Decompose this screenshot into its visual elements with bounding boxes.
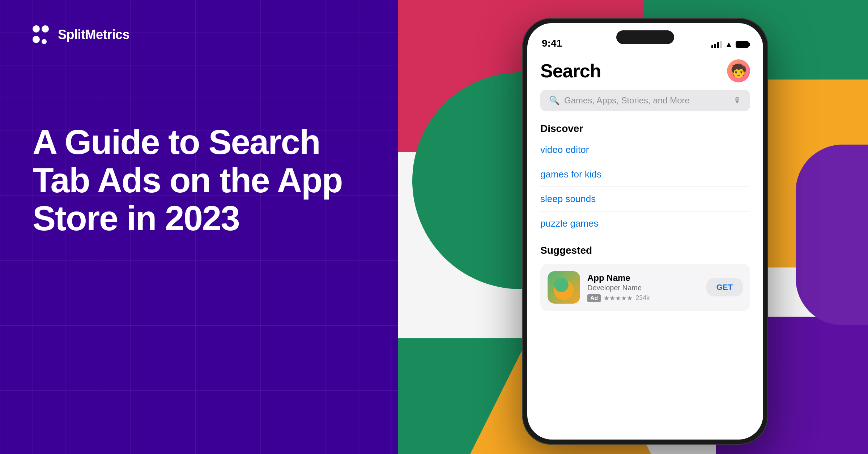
search-magnifier-icon: 🔍: [549, 95, 560, 106]
discover-item-4[interactable]: puzzle games: [540, 211, 750, 236]
avatar-face: 🧒: [727, 59, 750, 82]
signal-bar-2: [714, 44, 716, 48]
status-time: 9:41: [542, 38, 562, 49]
app-name: App Name: [587, 273, 699, 283]
app-info: App Name Developer Name Ad ★★★★★ 234k: [587, 273, 699, 302]
search-bar[interactable]: 🔍 Games, Apps, Stories, and More 🎙: [540, 90, 750, 111]
discover-link-3: sleep sounds: [540, 193, 596, 204]
signal-icon: [711, 41, 722, 48]
logo-area: SplitMetrics: [33, 25, 129, 44]
status-icons: ▲: [711, 40, 749, 49]
brand-name: SplitMetrics: [58, 27, 129, 42]
logo-dot-1: [33, 25, 40, 33]
developer-name: Developer Name: [587, 284, 699, 292]
splitmetrics-logo-icon: [33, 25, 51, 44]
page-container: SplitMetrics A Guide to Search Tab Ads o…: [0, 0, 868, 454]
logo-dot-2: [42, 25, 49, 33]
suggested-heading: Suggested: [540, 245, 750, 256]
svg-point-1: [554, 278, 569, 292]
shape-purple-circle: [796, 145, 868, 325]
discover-divider: [540, 136, 750, 136]
phone-screen: 9:41 ▲: [527, 23, 763, 440]
app-meta: Ad ★★★★★ 234k: [587, 294, 699, 302]
app-header: Search 🧒: [540, 59, 750, 82]
logo-dot-4: [42, 39, 47, 44]
microphone-icon: 🎙: [733, 96, 741, 105]
right-panel: 9:41 ▲: [398, 0, 868, 454]
battery-icon: [736, 41, 749, 48]
discover-item-3[interactable]: sleep sounds: [540, 187, 750, 211]
dynamic-island: [616, 30, 674, 44]
suggested-section: Suggested: [540, 245, 750, 311]
discover-heading: Discover: [540, 123, 750, 134]
wifi-icon: ▲: [725, 40, 733, 49]
discover-link-2: games for kids: [540, 169, 601, 180]
logo-dot-3: [33, 36, 40, 43]
discover-link-4: puzzle games: [540, 218, 598, 229]
app-icon: [548, 271, 580, 304]
suggested-divider: [540, 258, 750, 258]
signal-bar-4: [720, 41, 722, 48]
star-rating: ★★★★★: [604, 294, 633, 302]
app-screen-title: Search: [540, 60, 601, 82]
discover-item-2[interactable]: games for kids: [540, 162, 750, 187]
ad-badge: Ad: [587, 294, 601, 302]
signal-bar-1: [711, 45, 713, 48]
search-input-placeholder: Games, Apps, Stories, and More: [564, 95, 729, 106]
left-panel: SplitMetrics A Guide to Search Tab Ads o…: [0, 0, 398, 454]
phone-frame: 9:41 ▲: [522, 18, 768, 445]
avatar: 🧒: [727, 59, 750, 82]
phone-wrapper: 9:41 ▲: [522, 18, 768, 445]
discover-link-1: video editor: [540, 144, 589, 155]
headline: A Guide to Search Tab Ads on the App Sto…: [33, 123, 376, 237]
discover-section: Discover video editor games for kids sle…: [540, 123, 750, 236]
get-button[interactable]: GET: [706, 278, 743, 296]
app-icon-svg: [551, 275, 576, 300]
discover-item-1[interactable]: video editor: [540, 138, 750, 162]
app-content: Search 🧒 🔍 Games, Apps, Stories, and Mor…: [527, 52, 763, 440]
signal-bar-3: [717, 42, 719, 48]
review-count: 234k: [635, 294, 650, 302]
app-card: App Name Developer Name Ad ★★★★★ 234k GE…: [540, 264, 750, 311]
